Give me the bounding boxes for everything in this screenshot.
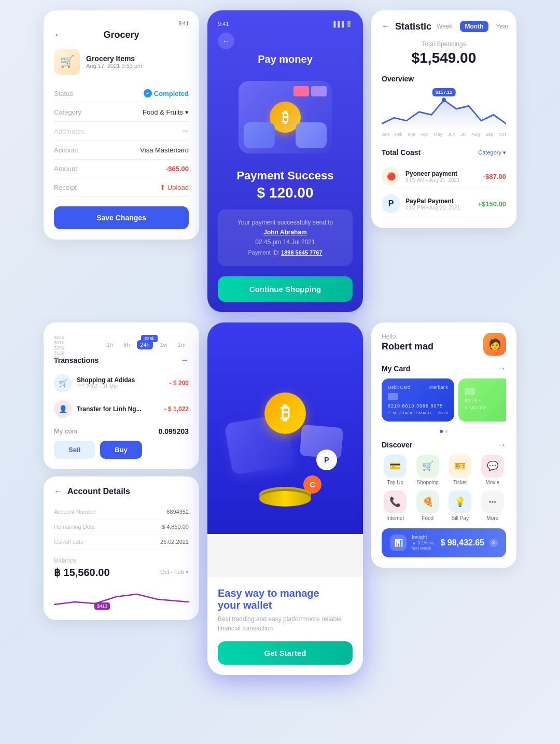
billpay-label: Bill Pay [452,515,469,521]
wallet-coins [259,491,311,507]
card-header: Debit Card Interbank [388,385,448,390]
adidas-transaction: 🛒 Shopping at Adidas **** 2462 · 31 Mar … [54,370,189,396]
category-button[interactable]: Category ▾ [478,149,506,156]
insight-close-button[interactable]: ✕ [489,539,498,547]
transaction-paypal: P PayPal Payment 3:02 PM • Aug 20, 2021 … [382,190,506,218]
tab-1w[interactable]: 1w [157,340,171,349]
internet-icon: 📞 [384,490,407,513]
account-back-icon[interactable]: ← [54,487,62,496]
tab-6h[interactable]: 6h [120,340,133,349]
discover-grid: 💳 Top Up 🛒 Shopping 🎫 Ticket 💬 Movie 📞 [382,455,506,521]
grocery-icon: 🛒 [54,49,80,75]
edit-icon[interactable]: ✏ [183,127,189,135]
paypal-date: 3:02 PM • Aug 20, 2021 [405,205,472,210]
stat-header: ← Statistic Week Month Year [382,21,506,32]
wallet-bitcoin-icon: ₿ [264,392,306,434]
grocery-item-header: 🛒 Grocery Items Aug 17, 2021 9:53 pm [54,49,189,75]
discover-food[interactable]: 🍕 Food [414,490,442,521]
insight-text: Insight ▲ 3.1% vs last week [412,535,435,551]
bar-bubble: $26k [141,335,158,342]
transactions-arrow[interactable]: → [180,356,189,365]
hand-right-graphic [296,122,327,148]
account-number-value: 6894352 [166,509,189,515]
buy-button[interactable]: Buy [100,441,142,459]
continue-shopping-button[interactable]: Continue Shopping [218,276,353,302]
get-started-button[interactable]: Get Started [218,641,353,665]
mini-card-purple [311,86,327,96]
upload-button[interactable]: ⬆ Upload [160,184,189,191]
remaining-debt-label: Remaining Debt [54,524,95,530]
discover-movie[interactable]: 💬 Movie [479,455,507,485]
pay-title: Pay money [258,53,313,65]
stat-title: Statistic [395,21,431,32]
y-axis-labels: $54k $31k $26k $13k $0 [54,335,64,349]
balance-row: ฿ 15,560.00 Oct - Feb ▾ [54,566,189,579]
notes-placeholder: Add notes [54,128,85,135]
notes-field: Add notes ✏ [54,122,189,141]
wallet-title: Easy way to manage your wallet [218,587,353,611]
debit-card-primary[interactable]: Debit Card Interbank 6219 8610 3986 8075… [382,378,454,422]
discover-ticket[interactable]: 🎫 Ticket [446,455,474,485]
item-date: Aug 17, 2021 9:53 pm [86,63,142,69]
linh-info: Transfer for Linh Ng... [77,405,159,413]
tab-1m[interactable]: 1m [175,340,189,349]
discover-section: Discover → 💳 Top Up 🛒 Shopping 🎫 Ticket … [382,440,506,521]
completed-dot-icon: ✓ [144,89,152,97]
movie-icon: 💬 [481,455,504,478]
card-number: 6219 8610 3986 8075 [388,403,448,409]
pyoneer-info: Pyoneer payment 9:09 AM • Aug 21, 2021 [405,170,478,183]
remaining-debt-value: $ 4,850.00 [162,524,189,530]
discover-more[interactable]: ••• More [479,490,507,521]
grocery-item-info: Grocery Items Aug 17, 2021 9:53 pm [86,54,142,69]
cutoff-value: 25.02.2021 [160,539,189,545]
wallet-illustration-area: ₿ P C [207,322,363,577]
dot-1 [440,430,443,433]
linh-name: Transfer for Linh Ng... [77,405,159,413]
topup-label: Top Up [387,480,403,485]
card-chip [388,393,398,400]
adidas-amount: - $ 200 [170,380,189,387]
total-spendings-amount: $1,549.00 [382,50,506,66]
debit-card-secondary[interactable]: 6219 • S. MOSTAF [458,378,506,422]
sell-button[interactable]: Sell [54,441,95,459]
category-value[interactable]: Food & Fruits ▾ [143,108,189,116]
linh-transaction: 👤 Transfer for Linh Ng... - $ 1,022 [54,396,189,422]
total-coast-label: Total Coast [382,148,421,157]
tab-week[interactable]: Week [431,21,457,32]
svg-point-0 [442,97,446,102]
dash-hello: Hello [382,333,433,340]
tab-month[interactable]: Month [460,21,489,32]
save-changes-button[interactable]: Save Changes [54,206,189,229]
discover-internet[interactable]: 📞 Internet [382,490,409,521]
discover-topup[interactable]: 💳 Top Up [382,455,409,485]
pyoneer-amount: -$87.00 [483,173,506,180]
discover-shopping[interactable]: 🛒 Shopping [414,455,442,485]
paypal-amount: +$150.00 [478,200,506,208]
dash-name: Robert mad [382,341,433,352]
chart-transactions-card: $54k $31k $26k $13k $0 $26k [44,322,199,469]
left-bottom-section: $54k $31k $26k $13k $0 $26k [44,322,199,620]
account-number-field: Account Number 6894352 [54,504,189,520]
pay-back-button[interactable]: ← [218,33,234,49]
my-coin-label: My coin [54,427,77,435]
pay-3d-graphic: ₿ [239,81,332,153]
insight-icon: 📊 [390,535,407,551]
balance-section: Balance ฿ 15,560.00 Oct - Feb ▾ $413 [54,557,189,610]
recipient-link: John Abraham [263,229,307,236]
dashboard-header: Hello Robert mad 🧑 [382,333,506,356]
chart-bubble: $117.11 [432,88,456,96]
total-spendings-label: Total Spendings [382,40,506,48]
tab-1h[interactable]: 1h [104,340,116,349]
balance-amount: ฿ 15,560.00 [54,566,110,579]
tab-year[interactable]: Year [491,21,513,32]
back-icon[interactable]: ← [54,30,63,40]
mini-card-pink [293,86,309,96]
discover-billpay[interactable]: 💡 Bill Pay [446,490,474,521]
stat-back-icon[interactable]: ← [382,22,390,31]
discover-arrow[interactable]: → [498,440,506,450]
upload-icon: ⬆ [160,184,165,191]
my-card-arrow[interactable]: → [498,364,506,373]
ticket-icon: 🎫 [449,455,471,478]
grocery-title: Grocery [103,30,139,40]
cutoff-date-field: Cut-off date 25.02.2021 [54,535,189,550]
